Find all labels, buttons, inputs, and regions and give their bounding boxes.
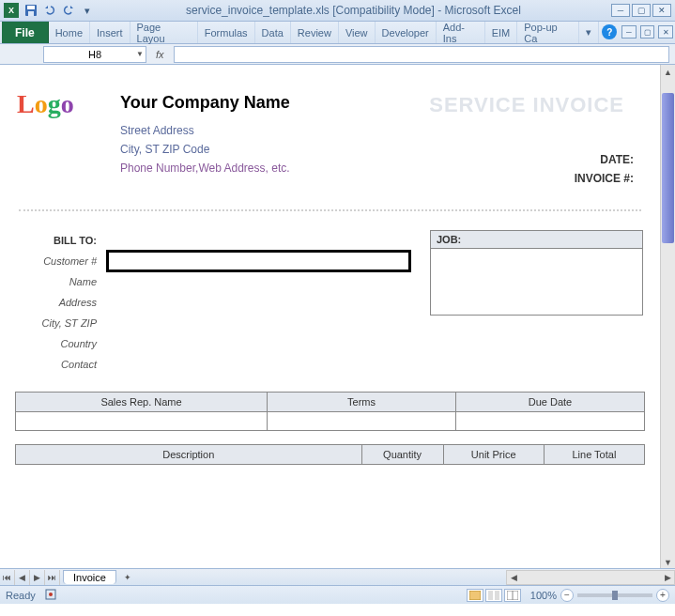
scroll-up-icon[interactable]: ▲ xyxy=(661,65,675,80)
redo-icon[interactable] xyxy=(60,2,77,19)
formula-bar: H8 ▼ fx xyxy=(0,44,675,65)
svg-rect-1 xyxy=(27,6,35,9)
tab-data[interactable]: Data xyxy=(255,22,291,43)
name-label: Name xyxy=(17,276,106,287)
ribbon-tabs: File Home Insert Page Layou Formulas Dat… xyxy=(0,22,675,44)
line-total-header: Line Total xyxy=(544,445,644,465)
first-sheet-icon[interactable]: ⏮ xyxy=(0,570,15,585)
zoom-level[interactable]: 100% xyxy=(530,590,557,601)
svg-rect-5 xyxy=(469,591,481,600)
terms-header: Terms xyxy=(268,393,456,412)
svg-rect-7 xyxy=(495,591,499,600)
job-box: JOB: xyxy=(430,230,643,316)
description-header: Description xyxy=(16,445,362,465)
view-buttons xyxy=(467,589,521,602)
worksheet-area: Logo Your Company Name Street Address Ci… xyxy=(0,65,675,585)
save-icon[interactable] xyxy=(23,2,39,19)
file-tab[interactable]: File xyxy=(2,22,49,43)
name-box[interactable]: H8 ▼ xyxy=(43,46,146,63)
tab-review[interactable]: Review xyxy=(291,22,339,43)
bill-to-section: BILL TO: Customer # Name Address City, S… xyxy=(8,230,652,375)
contact-line: Phone Number,Web Address, etc. xyxy=(120,162,427,175)
status-ready: Ready xyxy=(6,590,36,601)
invoice-no-label: INVOICE #: xyxy=(427,172,634,185)
fx-icon[interactable]: fx xyxy=(156,49,164,60)
excel-icon: X xyxy=(4,3,19,18)
due-date-header: Due Date xyxy=(456,393,645,412)
zoom-in-button[interactable]: + xyxy=(656,589,669,602)
job-body[interactable] xyxy=(431,249,642,315)
window-controls: ─ ▢ ✕ xyxy=(611,4,671,17)
cityzip-label: City, ST ZIP xyxy=(17,317,106,329)
ribbon-dropdown-icon[interactable]: ▾ xyxy=(579,22,599,43)
description-table: Description Quantity Unit Price Line Tot… xyxy=(15,444,645,465)
customer-label: Customer # xyxy=(17,255,106,267)
service-invoice-title: SERVICE INVOICE xyxy=(427,93,634,117)
formula-input[interactable] xyxy=(174,46,669,63)
tab-view[interactable]: View xyxy=(339,22,376,43)
sheet-tab-invoice[interactable]: Invoice xyxy=(63,570,116,584)
scroll-right-icon[interactable]: ▶ xyxy=(661,573,674,582)
undo-icon[interactable] xyxy=(41,2,58,19)
worksheet[interactable]: Logo Your Company Name Street Address Ci… xyxy=(0,65,660,570)
quick-access-toolbar: ▾ xyxy=(23,2,96,19)
scroll-left-icon[interactable]: ◀ xyxy=(507,573,520,582)
sheet-tabs-bar: ⏮ ◀ ▶ ⏭ Invoice ✦ ◀ ▶ xyxy=(0,568,675,585)
macro-record-icon[interactable] xyxy=(45,589,56,602)
street-address: Street Address xyxy=(120,124,427,137)
restore-workbook-button[interactable]: ▢ xyxy=(640,25,655,38)
page-layout-view-icon[interactable] xyxy=(485,589,502,602)
tab-developer[interactable]: Developer xyxy=(376,22,437,43)
scroll-thumb[interactable] xyxy=(662,93,674,243)
bill-to-label: BILL TO: xyxy=(17,235,106,246)
vertical-scrollbar[interactable]: ▲ ▼ xyxy=(660,65,675,570)
zoom-slider[interactable] xyxy=(577,593,652,597)
svg-point-4 xyxy=(49,593,53,596)
tab-addins[interactable]: Add-Ins xyxy=(437,22,485,43)
window-title: service_invoice_template.xls [Compatibil… xyxy=(96,4,611,17)
svg-rect-6 xyxy=(488,591,493,600)
name-box-value: H8 xyxy=(88,49,101,60)
tab-page-layout[interactable]: Page Layou xyxy=(130,22,198,43)
last-sheet-icon[interactable]: ⏭ xyxy=(45,570,60,585)
address-label: Address xyxy=(17,297,106,308)
logo: Logo xyxy=(17,93,120,116)
minimize-ribbon-button[interactable]: ─ xyxy=(621,25,637,38)
horizontal-scrollbar[interactable]: ◀ ▶ xyxy=(506,570,675,585)
company-name: Your Company Name xyxy=(120,93,427,113)
svg-rect-2 xyxy=(28,11,34,16)
normal-view-icon[interactable] xyxy=(467,589,483,602)
status-bar: Ready 100% − + xyxy=(0,585,675,604)
minimize-button[interactable]: ─ xyxy=(611,4,630,17)
city-line: City, ST ZIP Code xyxy=(120,143,427,156)
close-workbook-button[interactable]: ✕ xyxy=(658,25,673,38)
close-button[interactable]: ✕ xyxy=(652,4,671,17)
date-label: DATE: xyxy=(427,153,634,166)
tab-insert[interactable]: Insert xyxy=(90,22,130,43)
title-bar: X ▾ service_invoice_template.xls [Compat… xyxy=(0,0,675,22)
prev-sheet-icon[interactable]: ◀ xyxy=(15,570,30,585)
table-row[interactable] xyxy=(16,412,645,431)
tab-home[interactable]: Home xyxy=(49,22,90,43)
tab-popup[interactable]: Pop-up Ca xyxy=(517,22,579,43)
page-break-view-icon[interactable] xyxy=(504,589,521,602)
next-sheet-icon[interactable]: ▶ xyxy=(30,570,45,585)
tab-eim[interactable]: EIM xyxy=(485,22,518,43)
invoice-header: Logo Your Company Name Street Address Ci… xyxy=(8,65,652,200)
job-label: JOB: xyxy=(431,231,642,249)
qat-dropdown-icon[interactable]: ▾ xyxy=(79,2,96,19)
sales-rep-header: Sales Rep. Name xyxy=(16,393,268,412)
tab-formulas[interactable]: Formulas xyxy=(198,22,255,43)
customer-input-active-cell[interactable] xyxy=(106,250,411,272)
new-sheet-icon[interactable]: ✦ xyxy=(120,570,135,585)
zoom-out-button[interactable]: − xyxy=(560,589,574,602)
sales-table: Sales Rep. Name Terms Due Date xyxy=(15,392,645,431)
zoom-control: 100% − + xyxy=(530,589,669,602)
quantity-header: Quantity xyxy=(361,445,443,465)
help-icon[interactable]: ? xyxy=(602,24,617,39)
unit-price-header: Unit Price xyxy=(443,445,544,465)
country-label: Country xyxy=(17,338,106,349)
contact-label: Contact xyxy=(17,359,106,370)
maximize-button[interactable]: ▢ xyxy=(632,4,651,17)
name-box-dropdown-icon[interactable]: ▼ xyxy=(136,50,144,58)
